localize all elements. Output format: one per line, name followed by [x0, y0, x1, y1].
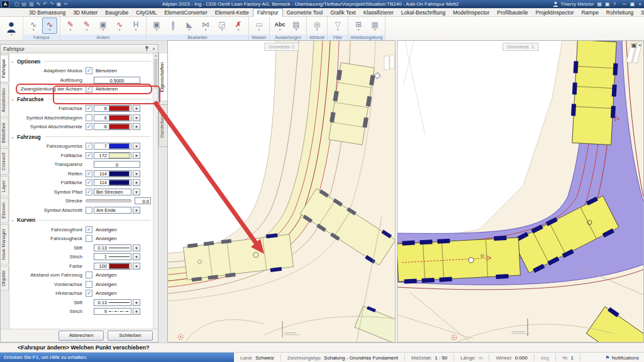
dropdown-arrow-icon[interactable]: ▼ [133, 105, 140, 112]
attributes-icon[interactable]: ◎▾ [309, 18, 325, 34]
menu-item-modelinspector[interactable]: ModelInspector [449, 9, 493, 16]
dialog-line[interactable]: <Fahrspur ändern> Welchen Punkt verschie… [0, 343, 644, 352]
checkbox[interactable]: ✓ [86, 290, 92, 297]
view-maximize-button[interactable]: ▣ [631, 42, 636, 48]
view-label-grundriss-2[interactable]: Grundriss 2 [264, 43, 299, 51]
redo-icon[interactable]: ↷ [50, 1, 54, 7]
pin-icon[interactable] [145, 46, 149, 52]
dropdown-arrow-icon[interactable]: ▼ [133, 170, 140, 177]
viewport-grundriss-1[interactable]: Grundriss: 1 ▣ × [397, 40, 644, 343]
palette-tab-darstellung[interactable]: Darstellung [158, 104, 167, 147]
minimize-button[interactable]: ─ [623, 1, 626, 7]
section-header-fahrzeug[interactable]: ⌄Fahrzeug [11, 133, 151, 141]
menu-item-rohrleitung[interactable]: Rohrleitung [602, 9, 637, 16]
menu-item-rampe[interactable]: Rampe [577, 9, 602, 16]
menu-item-grafik-text[interactable]: Grafik Text [326, 9, 359, 16]
dropdown-arrow-icon[interactable]: ▼ [133, 152, 140, 159]
text-report-icon[interactable]: Abc▾ [272, 18, 287, 34]
undo-icon[interactable]: ↶ [43, 1, 47, 7]
help-icon[interactable]: ? [613, 1, 616, 7]
sidebar-tab-ebenen[interactable]: Ebenen [1, 198, 9, 223]
menu-item-profilbauteile[interactable]: Profilbauteile [493, 9, 531, 16]
distribute-icon[interactable]: ∥▾ [165, 18, 180, 34]
section-header-fahrachse[interactable]: ⌄Fahrachse [11, 95, 151, 103]
view-close-button[interactable]: × [638, 42, 641, 48]
dropdown-arrow-icon[interactable]: ▼ [133, 308, 140, 315]
pen-color-select[interactable]: 6 [94, 105, 131, 112]
fahrspur-create-icon[interactable]: ∿▾ [26, 18, 41, 34]
dropdown-arrow-icon[interactable]: ▼ [133, 123, 140, 130]
section-header-kurven[interactable]: ⌄Kurven [11, 216, 151, 224]
list-report-icon[interactable]: ▤▾ [289, 18, 304, 34]
dropdown-arrow-icon[interactable]: ▼ [133, 244, 140, 251]
sidebar-tab-assistenten[interactable]: Assistenten [1, 84, 9, 117]
modify-spline-icon[interactable]: ∿▾ [112, 18, 127, 34]
palette-tab-eigenschaften[interactable]: Eigenschaften [158, 53, 167, 102]
dropdown-arrow-icon[interactable]: ▼ [133, 263, 140, 270]
pen-color-select[interactable]: 114 [94, 170, 131, 177]
measure-icon[interactable]: ▭▾ [252, 18, 267, 34]
line-style-select[interactable]: 0.13 [94, 299, 131, 306]
section-header-optionen[interactable]: ⌄Optionen [11, 57, 151, 65]
shop-icon[interactable]: ▣ [605, 1, 610, 7]
checkbox[interactable]: ✓ [86, 152, 92, 159]
modify-point-icon[interactable]: ✎▾ [79, 18, 94, 34]
pen-color-select[interactable]: 172 [94, 152, 131, 159]
menu-item-element-kette[interactable]: Element-Kette [211, 9, 253, 16]
menu-item-fahrspur[interactable]: Fahrspur [253, 8, 283, 17]
close-button[interactable]: × [638, 1, 641, 7]
app-logo[interactable]: A [1, 1, 9, 8]
checkbox[interactable]: ✓ [86, 226, 92, 233]
project-icon[interactable]: ▤ [22, 1, 27, 7]
checkbox[interactable]: ✓ [86, 235, 92, 242]
pen-color-select[interactable]: 6 [94, 114, 131, 121]
menu-item-geometrie-tool[interactable]: Geometrie Tool [283, 9, 326, 16]
rotate-icon[interactable]: ◣▾ [182, 18, 197, 34]
checkbox[interactable]: ✓ [86, 85, 92, 92]
view-label-grundriss-1[interactable]: Grundriss: 1 [502, 43, 539, 51]
modify-pen-icon[interactable]: ✎▾ [63, 18, 78, 34]
line-style-select[interactable]: 9 [94, 308, 131, 315]
pen-color-select[interactable]: 114 [94, 179, 131, 186]
modify-clipboard-icon[interactable]: ▣▾ [96, 18, 111, 34]
dropdown-arrow-icon[interactable]: ▼ [133, 179, 140, 186]
menu-item-lokal-beschriftung[interactable]: Lokal-Beschriftung [397, 9, 449, 16]
menu-item-baugrube[interactable]: Baugrube [101, 9, 132, 16]
dropdown-arrow-icon[interactable]: ▼ [133, 143, 140, 150]
checkbox[interactable]: ✓ [86, 67, 92, 74]
close-button[interactable]: Schließen [108, 331, 153, 341]
distance-slider[interactable] [86, 199, 131, 202]
dropdown-arrow-icon[interactable]: ▼ [133, 114, 140, 121]
workspace-axes-icon[interactable]: ⊞▾ [351, 18, 366, 34]
connect-grid-icon[interactable]: ▦ [597, 1, 602, 7]
dropdown-arrow-icon[interactable]: ▼ [133, 207, 140, 214]
stretch-icon[interactable]: ◲▾ [214, 18, 230, 34]
pen-color-select[interactable]: 100 [94, 263, 131, 270]
menu-item-projektinspector[interactable]: Projektinspector [532, 9, 578, 16]
line-style-select[interactable]: 1 [94, 253, 131, 260]
actionbar-avatar[interactable]: ▾ [0, 17, 23, 40]
cancel-button[interactable]: Abbrechen [58, 331, 104, 341]
grundriss-1-canvas[interactable] [397, 41, 643, 342]
modify-beam-icon[interactable]: H▾ [128, 18, 143, 34]
dropdown-select[interactable]: Bei Strecken [94, 189, 131, 195]
checkbox[interactable]: ✓ [86, 170, 92, 177]
checkbox[interactable]: ✓ [86, 281, 92, 288]
dropdown-select[interactable]: Am Ende [94, 207, 131, 214]
dropdown-arrow-icon[interactable]: ▼ [133, 299, 140, 306]
viewport-grundriss-2[interactable]: Grundriss 2 [167, 40, 396, 343]
dropdown-arrow-icon[interactable]: ▼ [133, 253, 140, 260]
line-style-select[interactable]: 0.13 [94, 244, 131, 251]
sidebar-tab-bibliothek[interactable]: Bibliothek [1, 118, 9, 148]
menu-item-citygml[interactable]: CityGML [132, 9, 160, 16]
checkbox[interactable]: ✓ [86, 105, 92, 112]
palette-scrollbar[interactable]: ▲ [153, 53, 158, 329]
checkbox[interactable]: ✓ [86, 179, 92, 186]
workspace-grid-icon[interactable]: ▦▾ [367, 18, 382, 34]
checkbox[interactable]: ✓ [86, 123, 92, 130]
mirror-icon[interactable]: ⋈▾ [198, 18, 213, 34]
filter-icon[interactable]: ▽▾ [330, 18, 345, 34]
scroll-up-icon[interactable]: ▲ [153, 53, 158, 58]
menu-item-3d-bemassung[interactable]: 3D Bemassung [25, 9, 69, 16]
maximize-button[interactable]: ▣ [630, 1, 635, 7]
